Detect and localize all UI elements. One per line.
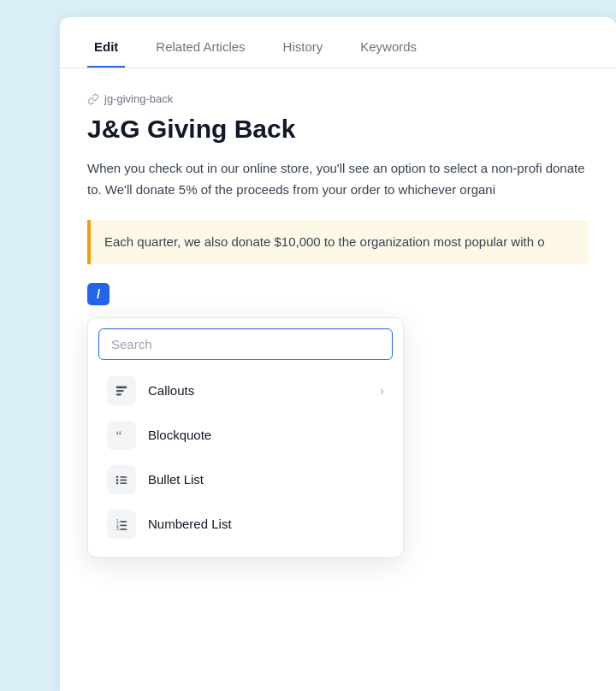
svg-rect-15 — [120, 528, 127, 529]
callouts-icon-wrap — [107, 376, 136, 405]
numbered-list-label: Numbered List — [148, 517, 384, 531]
svg-rect-13 — [120, 524, 127, 526]
menu-item-callouts[interactable]: Callouts › — [98, 369, 393, 413]
bullet-list-icon — [114, 472, 129, 487]
svg-rect-2 — [116, 393, 121, 395]
slug-row: jg-giving-back — [87, 92, 589, 105]
search-input-wrap — [98, 328, 393, 360]
menu-item-bullet-list[interactable]: Bullet List — [98, 458, 393, 502]
menu-item-numbered-list[interactable]: 1. 2. 3. Numbered List — [98, 502, 393, 546]
svg-rect-9 — [120, 482, 127, 484]
svg-point-8 — [116, 481, 119, 484]
callouts-chevron-icon: › — [380, 384, 384, 398]
svg-text:3.: 3. — [116, 526, 120, 531]
search-input[interactable] — [98, 328, 393, 360]
article-title: J&G Giving Back — [87, 114, 589, 145]
tab-keywords[interactable]: Keywords — [353, 39, 424, 68]
svg-rect-0 — [116, 386, 127, 388]
svg-rect-5 — [120, 475, 127, 477]
callout-block: Each quarter, we also donate $10,000 to … — [87, 220, 589, 264]
callouts-icon — [114, 383, 129, 399]
blockquote-icon: “ — [114, 428, 129, 443]
numbered-list-icon-wrap: 1. 2. 3. — [107, 510, 136, 539]
menu-item-blockquote[interactable]: “ Blockquote — [98, 413, 393, 458]
blockquote-label: Blockquote — [148, 428, 384, 442]
bullet-list-label: Bullet List — [148, 472, 384, 487]
svg-rect-11 — [120, 520, 127, 522]
numbered-list-icon: 1. 2. 3. — [114, 517, 129, 532]
content-area: jg-giving-back J&G Giving Back When you … — [60, 68, 616, 691]
tab-related-articles[interactable]: Related Articles — [149, 39, 252, 68]
main-card: Edit Related Articles History Keywords j… — [60, 17, 616, 691]
svg-text:“: “ — [116, 428, 121, 441]
article-body: When you check out in our online store, … — [87, 158, 589, 201]
svg-point-6 — [116, 479, 119, 481]
blockquote-icon-wrap: “ — [107, 421, 136, 450]
tab-bar: Edit Related Articles History Keywords — [60, 17, 616, 68]
svg-point-4 — [116, 475, 119, 478]
article-slug: jg-giving-back — [104, 92, 173, 105]
svg-rect-7 — [120, 479, 127, 481]
tab-edit[interactable]: Edit — [87, 39, 125, 68]
link-icon — [87, 93, 99, 105]
tab-history[interactable]: History — [276, 39, 330, 68]
slash-command-dropdown: Callouts › “ Blockquote — [87, 317, 404, 558]
callouts-label: Callouts — [148, 383, 368, 398]
svg-rect-1 — [116, 390, 124, 392]
slash-cursor[interactable]: / — [87, 283, 110, 305]
bullet-list-icon-wrap — [107, 465, 136, 494]
